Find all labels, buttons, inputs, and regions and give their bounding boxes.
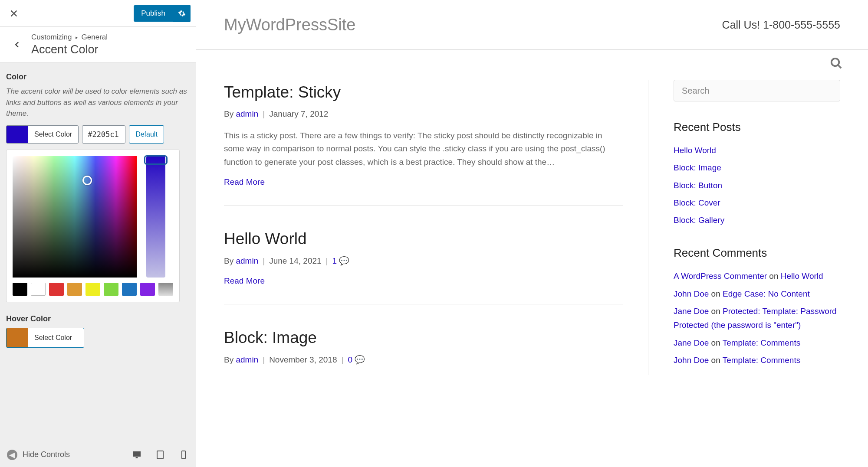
search-input[interactable] bbox=[674, 80, 840, 101]
post-date: June 14, 2021 bbox=[269, 256, 321, 265]
comment-author-link[interactable]: Jane Doe bbox=[674, 307, 709, 316]
preset-blue[interactable] bbox=[122, 283, 137, 296]
search-icon bbox=[830, 57, 843, 70]
hover-color-swatch bbox=[7, 328, 28, 347]
recent-posts-widget: Recent Posts Hello WorldBlock: ImageBloc… bbox=[674, 121, 840, 227]
preset-black[interactable] bbox=[13, 283, 27, 296]
post-by: By bbox=[224, 256, 236, 265]
section-title: Accent Color bbox=[31, 43, 108, 56]
post-comments-link[interactable]: 0 💬 bbox=[348, 355, 365, 364]
saturation-value-area[interactable] bbox=[13, 156, 137, 278]
hide-controls-label: Hide Controls bbox=[23, 450, 70, 459]
preview-body: Template: Sticky By admin|January 7, 201… bbox=[196, 71, 868, 375]
back-button[interactable] bbox=[10, 34, 25, 55]
comment-post-link[interactable]: Template: Comments bbox=[723, 338, 801, 347]
gear-icon bbox=[178, 10, 186, 17]
picker-handle[interactable] bbox=[82, 176, 92, 185]
on-text: on bbox=[767, 271, 781, 281]
post-meta: By admin|November 3, 2018|0 💬 bbox=[224, 355, 623, 365]
hover-color-field: Hover Color Select Color bbox=[6, 314, 190, 348]
section-header: Customizing ▸ General Accent Color bbox=[0, 27, 196, 63]
on-text: on bbox=[709, 307, 723, 316]
desktop-icon bbox=[132, 450, 142, 460]
publish-button[interactable]: Publish bbox=[134, 5, 173, 22]
preset-custom[interactable] bbox=[158, 283, 173, 296]
color-field-label: Color bbox=[6, 72, 190, 82]
meta-sep: | bbox=[341, 355, 343, 364]
hide-controls-button[interactable]: ◀ Hide Controls bbox=[7, 450, 70, 460]
post-author-link[interactable]: admin bbox=[236, 355, 258, 364]
comment-post-link[interactable]: Template: Comments bbox=[723, 356, 801, 365]
post: Block: Image By admin|November 3, 2018|0… bbox=[224, 325, 623, 365]
post-comments-link[interactable]: 1 💬 bbox=[332, 256, 350, 265]
read-more-link[interactable]: Read More bbox=[224, 276, 265, 285]
recent-post-item: Hello World bbox=[674, 144, 840, 157]
sidebar-footer: ◀ Hide Controls bbox=[0, 442, 196, 467]
comment-author-link[interactable]: John Doe bbox=[674, 356, 709, 365]
preset-row bbox=[13, 283, 173, 296]
hover-field-label: Hover Color bbox=[6, 314, 190, 323]
post-by: By bbox=[224, 109, 236, 118]
hex-input[interactable] bbox=[82, 125, 125, 144]
recent-post-link[interactable]: Block: Cover bbox=[674, 198, 720, 207]
post-author-link[interactable]: admin bbox=[236, 256, 258, 265]
close-button[interactable] bbox=[0, 0, 28, 27]
recent-comment-item: Jane Doe on Protected: Template: Passwor… bbox=[674, 304, 840, 333]
tablet-preview-button[interactable] bbox=[155, 450, 165, 460]
tablet-icon bbox=[155, 450, 165, 460]
comment-icon: 💬 bbox=[355, 355, 365, 364]
hue-handle[interactable] bbox=[144, 155, 168, 165]
preset-yellow[interactable] bbox=[85, 283, 100, 296]
comment-author-link[interactable]: Jane Doe bbox=[674, 338, 709, 347]
svg-rect-0 bbox=[157, 451, 163, 459]
recent-post-link[interactable]: Block: Gallery bbox=[674, 216, 724, 225]
recent-post-link[interactable]: Block: Button bbox=[674, 181, 722, 190]
preset-white[interactable] bbox=[31, 283, 46, 296]
post-title[interactable]: Template: Sticky bbox=[224, 83, 623, 101]
desktop-preview-button[interactable] bbox=[132, 450, 142, 460]
select-color-label: Select Color bbox=[28, 126, 78, 143]
close-icon bbox=[9, 9, 19, 18]
customizer-sidebar: Publish Customizing ▸ General Accent Col… bbox=[0, 0, 196, 467]
recent-comment-item: Jane Doe on Template: Comments bbox=[674, 336, 840, 350]
mobile-preview-button[interactable] bbox=[178, 450, 189, 460]
comment-author-link[interactable]: A WordPress Commenter bbox=[674, 271, 767, 281]
section-titles: Customizing ▸ General Accent Color bbox=[31, 33, 108, 56]
hover-select-color-button[interactable]: Select Color bbox=[6, 328, 84, 348]
recent-post-item: Block: Button bbox=[674, 179, 840, 193]
on-text: on bbox=[709, 356, 722, 365]
svg-point-2 bbox=[832, 59, 839, 66]
post-author-link[interactable]: admin bbox=[236, 109, 258, 118]
select-color-button[interactable]: Select Color bbox=[6, 125, 79, 144]
publish-group: Publish bbox=[134, 5, 191, 22]
post-title[interactable]: Block: Image bbox=[224, 329, 623, 347]
recent-post-item: Block: Cover bbox=[674, 196, 840, 210]
mobile-icon bbox=[178, 450, 189, 460]
default-button[interactable]: Default bbox=[129, 125, 164, 144]
comment-author-link[interactable]: John Doe bbox=[674, 289, 709, 298]
site-title[interactable]: MyWordPressSite bbox=[224, 16, 355, 34]
color-picker bbox=[6, 150, 180, 302]
preset-red[interactable] bbox=[49, 283, 64, 296]
recent-post-link[interactable]: Hello World bbox=[674, 146, 716, 155]
recent-comment-item: John Doe on Edge Case: No Content bbox=[674, 287, 840, 301]
post-title[interactable]: Hello World bbox=[224, 230, 623, 248]
preset-orange[interactable] bbox=[67, 283, 82, 296]
preset-purple[interactable] bbox=[140, 283, 155, 296]
post-date: January 7, 2012 bbox=[269, 109, 328, 118]
main-column: Template: Sticky By admin|January 7, 201… bbox=[224, 80, 648, 375]
search-toggle-button[interactable] bbox=[830, 57, 843, 71]
comment-post-link[interactable]: Hello World bbox=[781, 271, 823, 281]
recent-post-link[interactable]: Block: Image bbox=[674, 163, 721, 172]
color-swatch bbox=[7, 126, 28, 143]
preview-toolbar bbox=[196, 50, 868, 71]
publish-settings-button[interactable] bbox=[173, 5, 191, 22]
read-more-link[interactable]: Read More bbox=[224, 177, 265, 186]
comment-post-link[interactable]: Edge Case: No Content bbox=[723, 289, 810, 298]
post: Hello World By admin|June 14, 2021|1 💬 R… bbox=[224, 226, 623, 304]
preset-green[interactable] bbox=[104, 283, 118, 296]
post: Template: Sticky By admin|January 7, 201… bbox=[224, 80, 623, 206]
hue-slider[interactable] bbox=[146, 156, 165, 278]
on-text: on bbox=[709, 338, 722, 347]
call-us-text: Call Us! 1-800-555-5555 bbox=[722, 19, 840, 31]
